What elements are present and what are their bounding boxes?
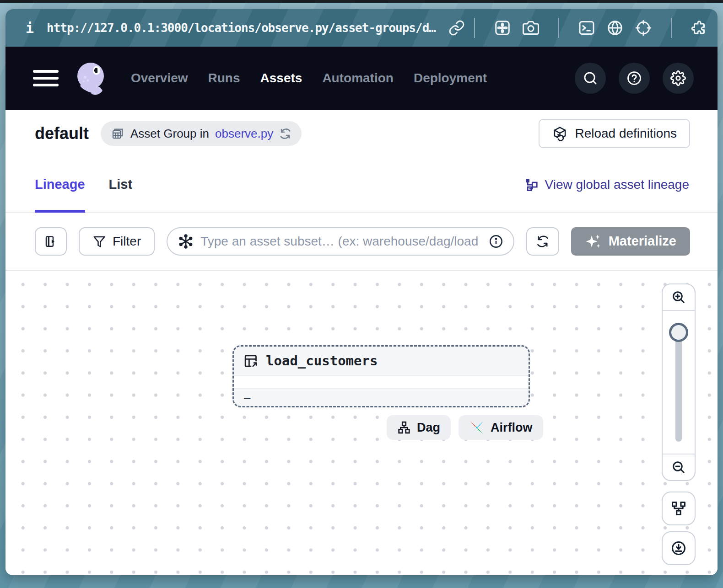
view-global-lineage-label: View global asset lineage <box>545 177 689 192</box>
app-nav-bar: Overview Runs Assets Automation Deployme… <box>5 47 718 110</box>
tab-lineage[interactable]: Lineage <box>35 157 85 212</box>
badge-prefix-text: Asset Group in <box>130 127 209 141</box>
zoom-control-panel <box>662 283 696 481</box>
panel-expand-icon <box>44 235 58 248</box>
airflow-logo-icon <box>469 420 485 435</box>
page-title: default <box>35 124 89 143</box>
tab-list[interactable]: List <box>109 157 133 212</box>
filter-button[interactable]: Filter <box>79 227 155 256</box>
picker-crosshair-icon[interactable] <box>634 19 653 37</box>
download-icon <box>671 540 686 556</box>
tag-dag[interactable]: Dag <box>387 415 451 440</box>
toolbar-divider <box>558 18 559 38</box>
help-button[interactable] <box>619 63 650 94</box>
address-bar[interactable]: http://127.0.0.1:3000/locations/observe.… <box>47 21 436 35</box>
help-icon <box>626 70 642 86</box>
reload-definitions-button[interactable]: Reload definitions <box>539 119 690 148</box>
asset-tags: Dag Airflow <box>387 415 543 440</box>
hamburger-menu-icon[interactable] <box>33 70 59 86</box>
browser-window: i http://127.0.0.1:3000/locations/observ… <box>5 9 718 575</box>
table-asset-icon <box>243 353 259 369</box>
tab-list-label: List <box>109 177 133 192</box>
page-info-icon[interactable]: i <box>26 20 34 36</box>
zoom-slider-thumb[interactable] <box>669 323 688 342</box>
refresh-button[interactable] <box>526 227 559 256</box>
filter-label: Filter <box>113 234 141 249</box>
nav-links: Overview Runs Assets Automation Deployme… <box>131 71 487 86</box>
filter-funnel-icon <box>92 235 106 248</box>
zoom-out-button[interactable] <box>663 454 695 480</box>
sync-icon[interactable] <box>279 128 291 140</box>
tag-dag-label: Dag <box>417 421 440 435</box>
flower-extension-icon[interactable] <box>493 19 512 37</box>
reload-definitions-label: Reload definitions <box>575 126 677 141</box>
screenshot-camera-icon[interactable] <box>522 19 540 37</box>
dagster-logo[interactable] <box>71 59 110 97</box>
active-tab-underline <box>35 210 85 213</box>
lineage-toolbar: Filter <box>5 213 718 271</box>
code-location-link[interactable]: observe.py <box>215 127 273 141</box>
nav-item-deployment[interactable]: Deployment <box>414 71 487 86</box>
search-button[interactable] <box>575 63 606 94</box>
screen-edge-strip <box>0 0 723 3</box>
graph-layout-icon <box>671 501 686 516</box>
search-icon <box>583 70 598 86</box>
download-graph-button[interactable] <box>662 531 696 565</box>
asset-node-load-customers[interactable]: load_customers – <box>232 345 530 407</box>
zoom-slider[interactable] <box>663 311 695 454</box>
terminal-icon[interactable] <box>577 19 596 37</box>
view-global-lineage-link[interactable]: View global asset lineage <box>525 177 689 192</box>
asset-node-footer: – <box>234 389 529 406</box>
asset-name: load_customers <box>266 353 378 369</box>
tag-airflow-label: Airflow <box>491 421 533 435</box>
zoom-in-button[interactable] <box>663 284 695 311</box>
materialize-label: Materialize <box>609 234 676 249</box>
materialize-button[interactable]: Materialize <box>571 227 690 256</box>
extension-puzzle-icon[interactable] <box>690 19 708 37</box>
asset-node-status-strip <box>234 375 529 389</box>
reload-cube-icon <box>552 126 568 142</box>
asset-node-header: load_customers <box>234 347 529 375</box>
zoom-in-icon <box>671 290 686 305</box>
asset-group-icon <box>111 127 124 140</box>
nav-item-overview[interactable]: Overview <box>131 71 188 86</box>
asset-selection-icon <box>178 234 193 249</box>
info-icon[interactable] <box>489 234 503 249</box>
nav-item-runs[interactable]: Runs <box>208 71 240 86</box>
asset-subset-input[interactable] <box>200 234 481 249</box>
asset-subset-search <box>167 227 514 256</box>
page-header: default Asset Group in observe.py <box>5 110 718 157</box>
toolbar-divider <box>671 18 672 38</box>
settings-button[interactable] <box>663 63 694 94</box>
open-panel-button[interactable] <box>35 227 67 256</box>
refresh-icon <box>536 235 550 248</box>
screen: i http://127.0.0.1:3000/locations/observ… <box>0 0 723 588</box>
tab-lineage-label: Lineage <box>35 177 85 192</box>
browser-url-bar: i http://127.0.0.1:3000/locations/observ… <box>5 9 718 47</box>
globe-icon[interactable] <box>606 19 624 37</box>
tag-airflow[interactable]: Airflow <box>459 415 543 440</box>
arrange-graph-button[interactable] <box>662 492 696 525</box>
toolbar-divider <box>474 18 475 38</box>
copy-link-icon[interactable] <box>448 19 466 37</box>
lineage-canvas[interactable]: load_customers – Dag <box>5 271 718 575</box>
nav-item-automation[interactable]: Automation <box>322 71 394 86</box>
asset-meta-dash: – <box>244 390 250 405</box>
gear-icon <box>670 70 686 86</box>
nav-item-assets[interactable]: Assets <box>260 71 302 86</box>
asset-group-badge: Asset Group in observe.py <box>101 121 302 146</box>
lineage-graph-icon <box>525 178 539 192</box>
sparkles-icon <box>585 233 602 250</box>
zoom-out-icon <box>671 460 686 475</box>
dag-icon <box>397 421 411 434</box>
tabs-row: Lineage List View global asset lineage <box>5 157 718 213</box>
